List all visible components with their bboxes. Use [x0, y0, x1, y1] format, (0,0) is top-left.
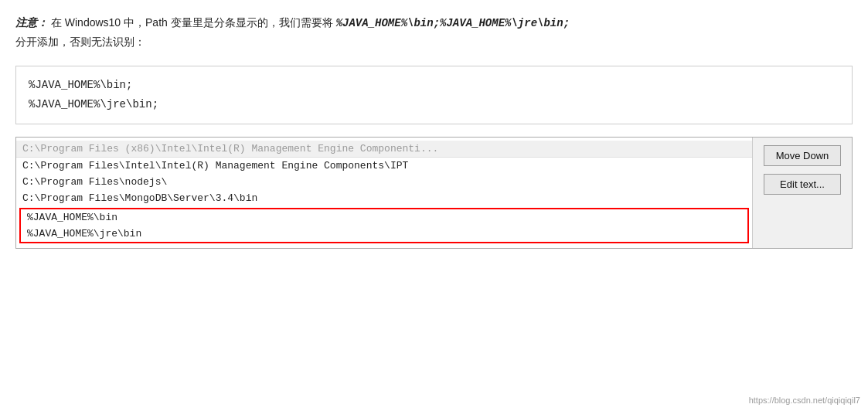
list-item-java-jre[interactable]: %JAVA_HOME%\jre\bin — [21, 226, 747, 242]
note-text1: 在 Windows10 中，Path 变量里是分条显示的，我们需要将 — [51, 16, 333, 29]
note-code: %JAVA_HOME%\bin;%JAVA_HOME%\jre\bin; — [336, 17, 570, 29]
list-item[interactable]: C:\Program Files (x86)\Intel\Intel(R) Ma… — [16, 141, 752, 158]
code-line1: %JAVA_HOME%\bin; — [29, 76, 839, 95]
path-list[interactable]: C:\Program Files (x86)\Intel\Intel(R) Ma… — [16, 138, 753, 248]
side-buttons-panel: Move Down Edit text... — [753, 138, 852, 248]
path-editor: C:\Program Files (x86)\Intel\Intel(R) Ma… — [15, 137, 853, 249]
note-text2: 分开添加，否则无法识别： — [15, 36, 145, 48]
move-down-button[interactable]: Move Down — [764, 145, 841, 166]
list-item[interactable]: C:\Program Files\MongoDB\Server\3.4\bin — [16, 190, 752, 206]
code-box: %JAVA_HOME%\bin; %JAVA_HOME%\jre\bin; — [15, 66, 853, 124]
note-section: 注意： 在 Windows10 中，Path 变量里是分条显示的，我们需要将 %… — [15, 14, 853, 52]
watermark: https://blog.csdn.net/qiqiqiqil7 — [749, 396, 860, 405]
note-label: 注意： — [15, 16, 48, 29]
list-item[interactable]: C:\Program Files\nodejs\ — [16, 174, 752, 190]
highlighted-path-group: %JAVA_HOME%\bin %JAVA_HOME%\jre\bin — [19, 208, 749, 243]
edit-text-button[interactable]: Edit text... — [764, 174, 841, 195]
code-line2: %JAVA_HOME%\jre\bin; — [29, 95, 839, 114]
list-item[interactable]: C:\Program Files\Intel\Intel(R) Manageme… — [16, 158, 752, 174]
list-item-java-bin[interactable]: %JAVA_HOME%\bin — [21, 209, 747, 226]
